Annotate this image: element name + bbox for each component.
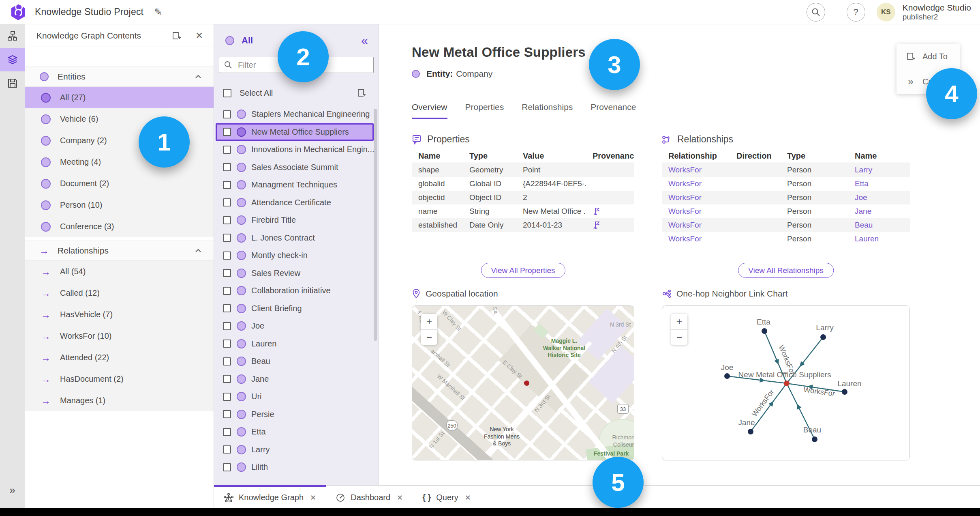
layers-tool-button[interactable]: [0, 48, 25, 71]
node-center[interactable]: [784, 381, 790, 386]
item-checkbox[interactable]: [223, 181, 231, 189]
node-joe[interactable]: [724, 373, 730, 379]
item-checkbox[interactable]: [223, 463, 231, 471]
item-checkbox[interactable]: [223, 428, 231, 436]
relationship-link[interactable]: WorksFor: [662, 234, 730, 243]
add-selected-button[interactable]: [357, 88, 366, 98]
entity-list-item[interactable]: Etta: [216, 423, 374, 441]
relationships-section-header[interactable]: → Relationships: [25, 241, 214, 261]
edit-title-icon[interactable]: ✎: [154, 6, 162, 18]
tab-query[interactable]: { } Query ✕: [413, 485, 481, 508]
node-beau[interactable]: [812, 436, 817, 442]
item-checkbox[interactable]: [223, 410, 231, 418]
entity-list-item[interactable]: Attendance Certificate: [216, 194, 374, 212]
user-info[interactable]: Knowledge Studio publisher2: [903, 3, 971, 22]
entity-type-item[interactable]: Vehicle (6): [25, 108, 214, 130]
node-etta[interactable]: [762, 328, 767, 334]
item-checkbox[interactable]: [223, 110, 231, 118]
view-all-properties-button[interactable]: View All Properties: [481, 263, 565, 278]
relationship-link[interactable]: WorksFor: [662, 193, 730, 202]
close-panel-button[interactable]: ✕: [196, 30, 203, 41]
item-checkbox[interactable]: [223, 322, 231, 330]
relationship-link[interactable]: WorksFor: [662, 221, 730, 230]
entity-list-item[interactable]: Lauren: [216, 335, 374, 353]
item-checkbox[interactable]: [223, 163, 231, 171]
node-jane[interactable]: [748, 429, 753, 434]
entity-list-item[interactable]: Jane: [216, 370, 374, 388]
user-avatar[interactable]: KS: [877, 3, 895, 22]
related-name-link[interactable]: Etta: [848, 179, 910, 188]
search-button[interactable]: [807, 3, 825, 22]
select-all-checkbox[interactable]: [223, 89, 231, 97]
node-larry[interactable]: [820, 334, 826, 340]
related-name-link[interactable]: Larry: [848, 166, 910, 174]
relationship-type-item[interactable]: → HasDocument (2): [25, 368, 214, 390]
item-checkbox[interactable]: [223, 340, 231, 348]
related-name-link[interactable]: Joe: [848, 193, 910, 202]
item-checkbox[interactable]: [223, 252, 231, 260]
zoom-in-button[interactable]: +: [671, 314, 687, 329]
relationship-type-item[interactable]: → Manages (1): [25, 390, 214, 411]
entities-section-header[interactable]: Entities: [25, 67, 214, 87]
entity-list-item[interactable]: Montly check-in: [216, 247, 374, 264]
item-checkbox[interactable]: [223, 216, 231, 224]
entity-list-item[interactable]: Innovations in Mechanical Engin...: [216, 141, 374, 159]
expand-rail-button[interactable]: »: [9, 484, 15, 497]
entity-list-item[interactable]: Firebird Title: [216, 211, 374, 229]
item-checkbox[interactable]: [223, 146, 231, 154]
related-name-link[interactable]: Lauren: [848, 234, 910, 243]
help-button[interactable]: ?: [847, 3, 865, 22]
item-checkbox[interactable]: [223, 269, 231, 277]
entity-list-item[interactable]: Beau: [216, 353, 374, 370]
entity-type-item[interactable]: Person (10): [25, 194, 214, 216]
entity-list-item[interactable]: Lilith: [216, 458, 374, 476]
close-tab-icon[interactable]: ✕: [397, 493, 403, 502]
entity-list-item[interactable]: L. Jones Contract: [216, 229, 374, 247]
one-hop-link-chart[interactable]: + −: [662, 305, 910, 460]
provenance-flag-icon[interactable]: [593, 207, 634, 216]
item-checkbox[interactable]: [223, 393, 231, 401]
entity-type-item[interactable]: Conference (3): [25, 216, 214, 237]
entity-list-item[interactable]: Collaboration initiative: [216, 282, 374, 300]
zoom-in-button[interactable]: +: [421, 314, 437, 329]
entity-list-item[interactable]: Joe: [216, 317, 374, 335]
entity-type-item[interactable]: Document (2): [25, 173, 214, 194]
entity-list-item[interactable]: Uri: [216, 388, 374, 406]
tab-knowledge-graph[interactable]: Knowledge Graph ✕: [214, 485, 326, 508]
entity-list-item[interactable]: Larry: [216, 441, 374, 459]
close-tab-icon[interactable]: ✕: [465, 493, 471, 502]
tab-dashboard[interactable]: Dashboard ✕: [326, 485, 413, 508]
entity-list-item[interactable]: Persie: [216, 406, 374, 424]
provenance-flag-icon[interactable]: [593, 221, 634, 230]
entity-list-item[interactable]: Managment Techniques: [216, 176, 374, 194]
entity-list-item[interactable]: Staplers Mechanical Engineering: [216, 105, 374, 123]
relationship-type-item[interactable]: → All (54): [25, 261, 214, 282]
related-name-link[interactable]: Beau: [848, 221, 910, 230]
relationship-link[interactable]: WorksFor: [662, 179, 730, 188]
entity-list-item[interactable]: New Metal Office Suppliers: [216, 123, 374, 141]
item-checkbox[interactable]: [223, 375, 231, 383]
close-tab-icon[interactable]: ✕: [310, 493, 316, 502]
entity-list-item[interactable]: Client Briefing: [216, 300, 374, 318]
item-checkbox[interactable]: [223, 445, 231, 454]
relationship-type-item[interactable]: → WorksFor (10): [25, 325, 214, 347]
relationship-link[interactable]: WorksFor: [662, 207, 730, 216]
relationship-link[interactable]: WorksFor: [662, 166, 730, 174]
schema-tool-button[interactable]: [0, 24, 25, 48]
relationship-type-item[interactable]: → Called (12): [25, 282, 214, 304]
geospatial-map[interactable]: + − k Rd W Clay St Sa arshall St W Marsh…: [412, 305, 634, 460]
item-checkbox[interactable]: [223, 357, 231, 366]
item-checkbox[interactable]: [223, 128, 231, 136]
item-checkbox[interactable]: [223, 304, 231, 312]
item-checkbox[interactable]: [223, 234, 231, 242]
entity-list-item[interactable]: Sales Review: [216, 264, 374, 282]
add-to-new-button[interactable]: [171, 31, 181, 41]
add-to-menu-item[interactable]: Add To: [897, 44, 960, 69]
zoom-out-button[interactable]: −: [421, 329, 437, 345]
relationship-type-item[interactable]: → Attended (22): [25, 347, 214, 368]
item-checkbox[interactable]: [223, 198, 231, 206]
view-all-relationships-button[interactable]: View All Relationships: [738, 263, 834, 278]
node-lauren[interactable]: [842, 389, 847, 395]
entity-list-item[interactable]: Sales Associate Summit: [216, 159, 374, 176]
vertical-scrollbar[interactable]: [374, 109, 377, 341]
